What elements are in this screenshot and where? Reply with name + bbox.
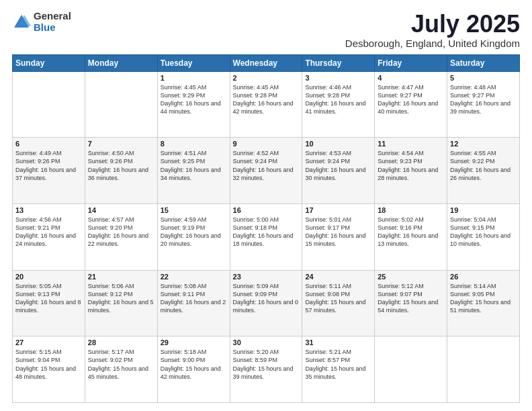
day-number: 30 <box>233 338 300 347</box>
table-row <box>447 336 520 403</box>
day-number: 27 <box>15 338 82 347</box>
day-detail: Sunrise: 5:17 AMSunset: 9:02 PMDaylight:… <box>88 348 154 381</box>
day-number: 23 <box>233 273 300 281</box>
table-row: 23Sunrise: 5:09 AMSunset: 9:09 PMDayligh… <box>230 270 302 336</box>
day-detail: Sunrise: 5:21 AMSunset: 8:57 PMDaylight:… <box>305 348 371 381</box>
main-title: July 2025 <box>345 11 520 38</box>
day-detail: Sunrise: 5:04 AMSunset: 9:15 PMDaylight:… <box>450 216 517 248</box>
calendar-table: Sunday Monday Tuesday Wednesday Thursday… <box>12 54 520 403</box>
day-detail: Sunrise: 5:14 AMSunset: 9:05 PMDaylight:… <box>450 282 517 315</box>
table-row: 24Sunrise: 5:11 AMSunset: 9:08 PMDayligh… <box>302 270 375 336</box>
day-detail: Sunrise: 4:46 AMSunset: 9:28 PMDaylight:… <box>305 83 371 116</box>
table-row: 21Sunrise: 5:06 AMSunset: 9:12 PMDayligh… <box>85 270 157 336</box>
day-number: 7 <box>88 140 154 148</box>
day-number: 20 <box>15 273 82 281</box>
day-detail: Sunrise: 4:49 AMSunset: 9:26 PMDaylight:… <box>15 149 82 182</box>
day-number: 24 <box>305 273 371 281</box>
day-detail: Sunrise: 5:09 AMSunset: 9:09 PMDaylight:… <box>233 282 300 315</box>
day-detail: Sunrise: 4:45 AMSunset: 9:29 PMDaylight:… <box>161 83 227 116</box>
table-row: 28Sunrise: 5:17 AMSunset: 9:02 PMDayligh… <box>85 336 157 403</box>
table-row: 4Sunrise: 4:47 AMSunset: 9:27 PMDaylight… <box>375 71 447 138</box>
day-detail: Sunrise: 5:06 AMSunset: 9:12 PMDaylight:… <box>88 282 154 315</box>
logo-general-label: General <box>34 11 71 22</box>
table-row: 18Sunrise: 5:02 AMSunset: 9:16 PMDayligh… <box>375 203 447 270</box>
day-detail: Sunrise: 4:57 AMSunset: 9:20 PMDaylight:… <box>88 216 154 248</box>
day-number: 21 <box>88 273 154 281</box>
day-number: 28 <box>88 338 154 347</box>
day-detail: Sunrise: 4:52 AMSunset: 9:24 PMDaylight:… <box>233 149 300 182</box>
day-number: 26 <box>450 273 517 281</box>
table-row: 2Sunrise: 4:45 AMSunset: 9:28 PMDaylight… <box>230 71 302 138</box>
day-number: 15 <box>161 206 227 214</box>
logo-icon <box>12 13 31 32</box>
table-row: 30Sunrise: 5:20 AMSunset: 8:59 PMDayligh… <box>230 336 302 403</box>
table-row: 20Sunrise: 5:05 AMSunset: 9:13 PMDayligh… <box>13 270 85 336</box>
day-detail: Sunrise: 5:20 AMSunset: 8:59 PMDaylight:… <box>233 348 300 381</box>
col-saturday: Saturday <box>447 54 520 71</box>
table-row: 29Sunrise: 5:18 AMSunset: 9:00 PMDayligh… <box>157 336 230 403</box>
table-row: 19Sunrise: 5:04 AMSunset: 9:15 PMDayligh… <box>447 203 520 270</box>
day-number: 1 <box>161 74 227 82</box>
table-row: 10Sunrise: 4:53 AMSunset: 9:24 PMDayligh… <box>302 138 375 204</box>
table-row: 31Sunrise: 5:21 AMSunset: 8:57 PMDayligh… <box>302 336 375 403</box>
day-detail: Sunrise: 5:05 AMSunset: 9:13 PMDaylight:… <box>15 282 82 315</box>
day-number: 12 <box>450 140 517 148</box>
col-friday: Friday <box>375 54 447 71</box>
day-number: 4 <box>378 74 444 82</box>
table-row: 3Sunrise: 4:46 AMSunset: 9:28 PMDaylight… <box>302 71 375 138</box>
day-detail: Sunrise: 4:47 AMSunset: 9:27 PMDaylight:… <box>378 83 444 116</box>
day-detail: Sunrise: 4:50 AMSunset: 9:26 PMDaylight:… <box>88 149 154 182</box>
day-detail: Sunrise: 4:48 AMSunset: 9:27 PMDaylight:… <box>450 83 517 116</box>
table-row: 11Sunrise: 4:54 AMSunset: 9:23 PMDayligh… <box>375 138 447 204</box>
calendar-week-row: 27Sunrise: 5:15 AMSunset: 9:04 PMDayligh… <box>13 336 520 403</box>
header: General Blue July 2025 Desborough, Engla… <box>12 11 520 49</box>
day-number: 3 <box>305 74 371 82</box>
calendar-week-row: 20Sunrise: 5:05 AMSunset: 9:13 PMDayligh… <box>13 270 520 336</box>
day-detail: Sunrise: 5:01 AMSunset: 9:17 PMDaylight:… <box>305 216 371 248</box>
day-number: 31 <box>305 338 371 347</box>
day-number: 9 <box>233 140 300 148</box>
table-row: 13Sunrise: 4:56 AMSunset: 9:21 PMDayligh… <box>13 203 85 270</box>
table-row: 15Sunrise: 4:59 AMSunset: 9:19 PMDayligh… <box>157 203 230 270</box>
col-monday: Monday <box>85 54 157 71</box>
table-row: 8Sunrise: 4:51 AMSunset: 9:25 PMDaylight… <box>157 138 230 204</box>
table-row: 12Sunrise: 4:55 AMSunset: 9:22 PMDayligh… <box>447 138 520 204</box>
day-detail: Sunrise: 5:08 AMSunset: 9:11 PMDaylight:… <box>161 282 227 315</box>
calendar-header-row: Sunday Monday Tuesday Wednesday Thursday… <box>13 54 520 71</box>
calendar-week-row: 13Sunrise: 4:56 AMSunset: 9:21 PMDayligh… <box>13 203 520 270</box>
day-number: 11 <box>378 140 444 148</box>
page: General Blue July 2025 Desborough, Engla… <box>0 0 532 411</box>
day-number: 25 <box>378 273 444 281</box>
day-number: 17 <box>305 206 371 214</box>
day-number: 16 <box>233 206 300 214</box>
logo: General Blue <box>12 11 71 33</box>
day-number: 13 <box>15 206 82 214</box>
table-row: 6Sunrise: 4:49 AMSunset: 9:26 PMDaylight… <box>13 138 85 204</box>
title-block: July 2025 Desborough, England, United Ki… <box>345 11 520 49</box>
col-wednesday: Wednesday <box>230 54 302 71</box>
day-number: 29 <box>161 338 227 347</box>
col-thursday: Thursday <box>302 54 375 71</box>
table-row <box>13 71 85 138</box>
day-number: 14 <box>88 206 154 214</box>
table-row: 26Sunrise: 5:14 AMSunset: 9:05 PMDayligh… <box>447 270 520 336</box>
day-detail: Sunrise: 4:53 AMSunset: 9:24 PMDaylight:… <box>305 149 371 182</box>
table-row: 14Sunrise: 4:57 AMSunset: 9:20 PMDayligh… <box>85 203 157 270</box>
table-row: 22Sunrise: 5:08 AMSunset: 9:11 PMDayligh… <box>157 270 230 336</box>
day-detail: Sunrise: 5:11 AMSunset: 9:08 PMDaylight:… <box>305 282 371 315</box>
calendar-week-row: 6Sunrise: 4:49 AMSunset: 9:26 PMDaylight… <box>13 138 520 204</box>
logo-text: General Blue <box>34 11 71 33</box>
day-detail: Sunrise: 4:51 AMSunset: 9:25 PMDaylight:… <box>161 149 227 182</box>
table-row: 5Sunrise: 4:48 AMSunset: 9:27 PMDaylight… <box>447 71 520 138</box>
table-row <box>85 71 157 138</box>
table-row: 9Sunrise: 4:52 AMSunset: 9:24 PMDaylight… <box>230 138 302 204</box>
day-detail: Sunrise: 4:56 AMSunset: 9:21 PMDaylight:… <box>15 216 82 248</box>
table-row: 25Sunrise: 5:12 AMSunset: 9:07 PMDayligh… <box>375 270 447 336</box>
day-detail: Sunrise: 4:45 AMSunset: 9:28 PMDaylight:… <box>233 83 300 116</box>
day-number: 18 <box>378 206 444 214</box>
col-tuesday: Tuesday <box>157 54 230 71</box>
day-detail: Sunrise: 4:59 AMSunset: 9:19 PMDaylight:… <box>161 216 227 248</box>
day-number: 5 <box>450 74 517 82</box>
day-number: 10 <box>305 140 371 148</box>
day-detail: Sunrise: 5:15 AMSunset: 9:04 PMDaylight:… <box>15 348 82 381</box>
